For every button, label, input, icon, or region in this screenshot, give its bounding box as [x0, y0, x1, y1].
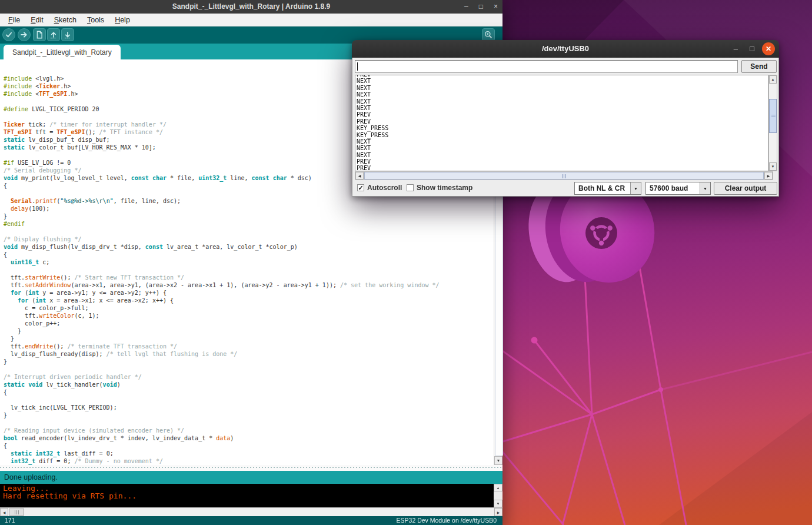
code-line: uint16_t c; [4, 258, 440, 266]
horizontal-scrollbar-thumb[interactable] [9, 509, 24, 516]
autoscroll-label: Autoscroll [367, 180, 402, 196]
code-line: { [4, 442, 440, 450]
serial-monitor-title: /dev/ttyUSB0 [352, 40, 779, 58]
scroll-down-icon[interactable]: ▼ [494, 500, 502, 507]
new-sketch-button[interactable] [33, 28, 46, 41]
serial-horizontal-thumb[interactable] [364, 172, 764, 180]
code-line: c = color_p->full; [4, 304, 440, 312]
serial-monitor-controls: ✓ Autoscroll Show timestamp Both NL & CR… [352, 180, 778, 196]
code-line [4, 365, 440, 373]
scroll-right-icon[interactable]: ▶ [494, 508, 502, 516]
ide-maximize-icon[interactable]: □ [479, 0, 483, 14]
code-line: } [4, 327, 440, 335]
serial-monitor-button[interactable] [482, 28, 495, 41]
menu-sketch[interactable]: Sketch [49, 14, 82, 26]
code-line [4, 419, 440, 427]
code-line: /* Interrupt driven periodic handler */ [4, 373, 440, 381]
code-line: tft.writeColor(c, 1); [4, 312, 440, 320]
code-line: { [4, 388, 440, 396]
editor-console-splitter[interactable] [0, 465, 502, 471]
serial-vertical-scrollbar[interactable]: ▲ ▼ [768, 75, 777, 171]
serial-output-line: NEXT [357, 105, 388, 111]
serial-output-line: NEXT [357, 78, 388, 84]
scroll-left-icon[interactable]: ◀ [355, 172, 364, 180]
ide-menubar: FileEditSketchToolsHelp [0, 14, 502, 26]
dropdown-arrow-icon[interactable]: ▼ [630, 182, 641, 194]
serial-maximize-icon[interactable]: □ [750, 40, 754, 58]
tab-sketch[interactable]: Sandpit_-_Littlevgl_with_Rotary [4, 45, 121, 59]
show-timestamp-checkbox[interactable] [407, 184, 414, 191]
ide-window-controls: – □ × [464, 0, 498, 14]
ide-minimize-icon[interactable]: – [464, 0, 468, 14]
verify-button[interactable] [2, 28, 15, 41]
code-line: int32_t diff = 0; /* Dummy - no movement… [4, 457, 440, 465]
console-output: Leaving...Hard resetting via RTS pin... [0, 484, 494, 507]
menu-file[interactable]: File [3, 14, 25, 26]
menu-help[interactable]: Help [109, 14, 135, 26]
scroll-down-icon[interactable]: ▼ [494, 456, 502, 465]
code-line: for (int x = area->x1; x <= area->x2; x+… [4, 297, 440, 304]
open-sketch-button[interactable] [47, 28, 60, 41]
line-ending-dropdown[interactable]: Both NL & CR ▼ [574, 182, 641, 195]
ide-bottom-status-strip: 171 ESP32 Dev Module on /dev/ttyUSB0 [0, 516, 502, 525]
scroll-down-icon[interactable]: ▼ [769, 162, 777, 171]
menu-edit[interactable]: Edit [25, 14, 49, 26]
code-line: bool read_encoder(lv_indev_drv_t * indev… [4, 434, 440, 442]
serial-monitor-body: Send PREVNEXTNEXTNEXTNEXTNEXTPREVPREVKEY… [352, 58, 779, 197]
scrollbar-grip [562, 174, 567, 178]
serial-minimize-icon[interactable]: – [734, 40, 738, 58]
code-line: lv_tick_inc(LVGL_TICK_PERIOD); [4, 404, 440, 411]
baud-rate-dropdown[interactable]: 57600 baud ▼ [645, 182, 711, 195]
text-caret [357, 62, 358, 71]
ide-close-icon[interactable]: × [494, 0, 498, 14]
screen: Sandpit_-_Littlevgl_with_Rotary | Arduin… [0, 0, 812, 525]
scroll-right-icon[interactable]: ▶ [764, 172, 773, 180]
network-node-dot [531, 337, 538, 344]
status-line-number: 171 [5, 516, 15, 525]
serial-monitor-titlebar[interactable]: /dev/ttyUSB0 – □ ✕ [352, 40, 779, 58]
serial-output-line: NEXT [357, 85, 388, 91]
scroll-up-icon[interactable]: ▲ [769, 75, 777, 84]
status-board-info: ESP32 Dev Module on /dev/ttyUSB0 [397, 516, 497, 525]
serial-output-line: NEXT [357, 145, 388, 151]
code-line: for (int y = area->y1; y <= area->y2; y+… [4, 289, 440, 297]
code-line: Serial.printf("%s@%d->%s\r\n", file, lin… [4, 197, 440, 205]
check-icon [4, 29, 14, 40]
send-button[interactable]: Send [741, 60, 777, 73]
code-line [4, 228, 440, 235]
ide-titlebar[interactable]: Sandpit_-_Littlevgl_with_Rotary | Arduin… [0, 0, 502, 14]
show-timestamp-label: Show timestamp [417, 180, 472, 196]
code-line: tft.setAddrWindow(area->x1, area->y1, (a… [4, 281, 440, 289]
serial-output-line: NEXT [357, 91, 388, 98]
upload-button[interactable] [18, 28, 31, 41]
save-sketch-button[interactable] [61, 28, 74, 41]
code-line: static void lv_tick_handler(void) [4, 381, 440, 388]
code-line: tft.endWrite(); /* terminate TFT transac… [4, 343, 440, 350]
tab-label: Sandpit_-_Littlevgl_with_Rotary [12, 48, 112, 57]
serial-output-lines: PREVNEXTNEXTNEXTNEXTNEXTPREVPREVKEY_PRES… [357, 75, 388, 171]
code-line: delay(100); [4, 205, 440, 212]
right-arrow-icon [19, 29, 29, 40]
serial-output-line: NEXT [357, 98, 388, 105]
console-horizontal-scrollbar[interactable]: ◀ ▶ [0, 507, 502, 516]
serial-scrollbar-thumb[interactable] [769, 99, 777, 133]
dropdown-arrow-icon[interactable]: ▼ [700, 182, 710, 194]
code-line: /* Reading input device (simulated encod… [4, 427, 440, 434]
scroll-up-icon[interactable]: ▲ [494, 484, 502, 491]
serial-output-line: PREV [357, 165, 388, 171]
console-vertical-scrollbar[interactable]: ▲ ▼ [494, 484, 502, 507]
clear-output-button[interactable]: Clear output [714, 182, 777, 195]
ide-window-title: Sandpit_-_Littlevgl_with_Rotary | Arduin… [0, 0, 502, 14]
code-line: tft.startWrite(); /* Start new TFT trans… [4, 274, 440, 281]
line-ending-value: Both NL & CR [578, 182, 625, 194]
code-line: } [4, 358, 440, 365]
serial-close-button[interactable]: ✕ [762, 42, 775, 55]
serial-horizontal-scrollbar[interactable]: ◀ ▶ [355, 171, 773, 180]
serial-output-line: PREV [357, 111, 388, 118]
autoscroll-checkbox[interactable]: ✓ [357, 184, 364, 191]
serial-input-field[interactable] [355, 60, 738, 73]
code-line [4, 266, 440, 274]
magnifier-icon [483, 29, 494, 40]
menu-tools[interactable]: Tools [82, 14, 109, 26]
scroll-left-icon[interactable]: ◀ [0, 508, 8, 516]
